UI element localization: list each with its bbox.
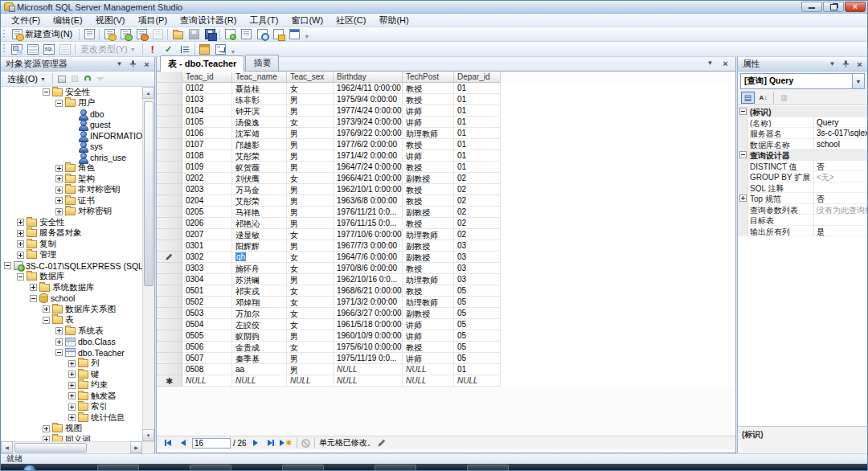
property-row[interactable]: 目标表	[738, 215, 867, 226]
tree-item[interactable]: chris_use	[1, 152, 142, 163]
expand-icon[interactable]	[68, 392, 76, 399]
grid-cell[interactable]: 0204	[182, 195, 232, 207]
expand-icon[interactable]	[17, 230, 24, 237]
tree-item[interactable]: 系统数据库	[1, 282, 142, 293]
grid-cell[interactable]: 01	[454, 150, 501, 162]
grid-cell[interactable]: 助理教师	[403, 229, 454, 240]
tree-horizontal-scrollbar[interactable]: ◀ ▶	[1, 441, 154, 453]
row-selector[interactable]	[157, 117, 182, 128]
grid-cell[interactable]: 教授	[403, 263, 454, 274]
property-row[interactable]: GROUP BY 扩展<无>	[738, 171, 867, 182]
grid-cell[interactable]: 女	[287, 83, 334, 94]
expand-icon[interactable]	[68, 360, 76, 367]
analysis-services-mdx-query-icon[interactable]	[117, 28, 133, 41]
scroll-up-icon[interactable]: ▲	[142, 87, 154, 99]
grid-cell[interactable]: 男	[287, 218, 334, 229]
grid-cell[interactable]: 讲师	[403, 319, 454, 330]
expand-icon[interactable]	[43, 305, 50, 313]
expand-icon[interactable]	[30, 284, 37, 291]
property-value[interactable]: 否	[814, 161, 867, 172]
next-record-button[interactable]	[249, 438, 262, 448]
grid-cell[interactable]: 女	[287, 285, 334, 297]
grid-cell[interactable]: 副教授	[403, 173, 454, 184]
tree-item[interactable]: 非对称密钥	[1, 185, 142, 196]
grid-cell[interactable]: 1976/11/21 0:0...	[334, 207, 403, 218]
grid-cell[interactable]: 1961/5/18 0:00:00	[334, 319, 403, 330]
collapse-icon[interactable]	[55, 100, 63, 107]
properties-window-icon[interactable]	[286, 28, 302, 41]
grid-cell[interactable]: 蚁贺薇	[232, 162, 287, 173]
grid-cell[interactable]: 阳辉辉	[232, 240, 287, 252]
grid-cell[interactable]: 男	[287, 128, 334, 139]
scroll-down-icon[interactable]: ▼	[142, 429, 154, 441]
taskbar-button[interactable]	[282, 465, 324, 470]
grid-cell[interactable]: 0109	[182, 162, 232, 173]
grid-cell[interactable]: 01	[454, 139, 501, 150]
menu-item[interactable]: 视图(V)	[90, 13, 131, 28]
property-value[interactable]: school	[814, 139, 867, 150]
grid-cell[interactable]: NULL	[232, 375, 287, 387]
grid-cell[interactable]: 艾彤荣	[232, 195, 287, 207]
grid-cell[interactable]: 02	[454, 184, 501, 195]
grid-cell[interactable]: 讲师	[403, 150, 454, 162]
grid-cell[interactable]: 02	[454, 173, 501, 184]
grid-cell[interactable]: 0301	[182, 240, 232, 252]
grid-cell[interactable]: NULL	[287, 375, 334, 387]
grid-cell[interactable]: 0104	[182, 105, 232, 117]
row-selector[interactable]	[157, 207, 182, 218]
grid-cell[interactable]: 1977/6/2 0:00:00	[334, 139, 403, 150]
grid-cell[interactable]: 1973/9/24 0:00:00	[334, 117, 403, 128]
row-selector[interactable]	[157, 285, 182, 297]
tree-item[interactable]: school	[1, 293, 142, 305]
grid-cell[interactable]: 教授	[403, 285, 454, 297]
grid-cell[interactable]: 蚁阴驹	[232, 330, 287, 342]
grid-cell[interactable]: 1962/10/1 0:00:00	[334, 184, 403, 195]
grid-cell[interactable]: 1966/3/27 0:00:00	[334, 308, 403, 319]
row-selector[interactable]: ✱	[157, 375, 182, 387]
column-header[interactable]: Depar_id	[454, 72, 501, 83]
grid-cell[interactable]: 副教授	[403, 252, 454, 263]
grid-cell[interactable]: 01	[454, 83, 501, 94]
property-row[interactable]: Top 规范否	[738, 193, 867, 204]
taskbar-button[interactable]	[97, 465, 139, 470]
grid-cell[interactable]: 助理教师	[403, 297, 454, 308]
execute-sql-icon[interactable]: !	[145, 43, 161, 55]
tree-item[interactable]: 数据库关系图	[1, 304, 142, 315]
open-file-icon[interactable]	[170, 28, 186, 41]
taskbar-button[interactable]	[375, 465, 416, 470]
grid-cell[interactable]: 03	[454, 274, 501, 285]
grid-cell[interactable]: 讲师	[403, 117, 454, 128]
grid-cell[interactable]: 女	[287, 308, 334, 319]
grid-cell[interactable]: 教授	[403, 139, 454, 150]
expand-icon[interactable]	[55, 338, 63, 346]
grid-cell[interactable]: 1968/6/21 0:00:00	[334, 285, 403, 297]
grid-cell[interactable]: 男	[287, 240, 334, 252]
property-row[interactable]: (名称)Query	[738, 117, 867, 129]
tree-item[interactable]: 安全性	[1, 217, 142, 228]
grid-cell[interactable]: 祁艳沁	[232, 218, 287, 229]
grid-cell[interactable]: 0108	[182, 150, 232, 162]
grid-cell[interactable]: 金贵成	[232, 342, 287, 353]
grid-cell[interactable]: 03	[454, 240, 501, 252]
grid-cell[interactable]: 1976/11/15 0:0...	[334, 218, 403, 229]
collapse-icon[interactable]	[4, 262, 11, 269]
grid-cell[interactable]: 01	[454, 117, 501, 128]
grid-cell[interactable]: 05	[454, 353, 501, 364]
expand-icon[interactable]	[17, 252, 24, 259]
row-selector[interactable]	[157, 229, 182, 240]
tree-item[interactable]: 复制	[1, 239, 142, 250]
row-selector[interactable]	[157, 94, 182, 105]
tree-item[interactable]: sys	[1, 141, 142, 153]
expand-icon[interactable]	[55, 197, 63, 204]
tree-item[interactable]: 安全性	[1, 87, 142, 98]
chevron-down-icon[interactable]: ▼	[852, 74, 864, 88]
grid-cell[interactable]: 1975/11/19 0:0...	[334, 353, 403, 364]
grid-cell[interactable]: 邝越影	[232, 139, 287, 150]
grid-cell[interactable]: 副教授	[403, 240, 454, 252]
pin-icon[interactable]	[841, 59, 851, 69]
grid-cell[interactable]: 1977/10/6 0:00:00	[334, 229, 403, 240]
row-selector[interactable]	[157, 240, 182, 252]
property-value[interactable]	[814, 182, 867, 194]
grid-cell[interactable]: 0504	[182, 319, 232, 330]
grid-cell[interactable]: 施怀舟	[232, 263, 287, 274]
